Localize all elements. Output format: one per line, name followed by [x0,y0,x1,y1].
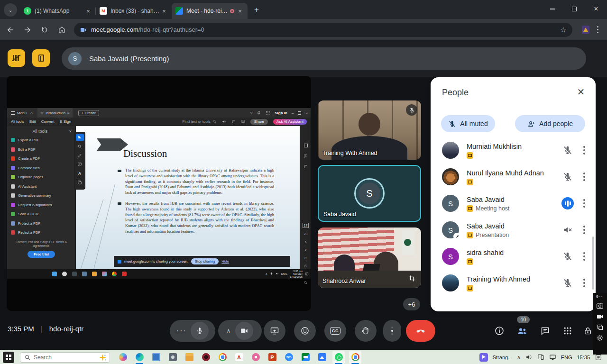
taskbar-app[interactable] [183,351,195,364]
participant-row[interactable]: S Saba Javaid Presentation [431,217,596,243]
clock[interactable]: 15:35 [577,355,590,360]
help-icon[interactable]: ? [250,111,252,115]
start-icon[interactable] [52,272,57,276]
restore-button[interactable] [563,0,585,18]
acrobat-icon[interactable] [122,272,127,276]
close-panel-icon[interactable]: ✕ [574,85,588,99]
history-icon[interactable]: ◷ [300,263,311,269]
headset-icon[interactable] [222,119,226,124]
mic-options-icon[interactable]: ··· [176,327,187,335]
task-view-icon[interactable] [72,272,77,276]
tab-all-tools[interactable]: All tools [11,119,24,124]
raise-hand-button[interactable] [355,320,377,342]
taskbar-app[interactable] [316,351,328,364]
taskbar-app[interactable] [332,351,345,364]
network-icon[interactable] [549,354,556,361]
browser-tab[interactable]: Meet - hdo-reij-qtr × [172,3,248,19]
taskbar-app[interactable] [216,351,229,364]
language-indicator[interactable]: ENG [281,273,287,275]
more-options-icon[interactable] [583,176,585,178]
more-options-icon[interactable] [583,202,585,204]
stop-sharing-button[interactable]: Stop sharing [191,258,219,264]
participant-row[interactable]: Training With Ahmed [431,270,596,296]
end-call-button[interactable] [406,320,435,342]
share-button[interactable]: Share [250,119,268,125]
acrobat-tool-item[interactable]: AI Assistant [11,182,72,191]
zoom-in-icon[interactable] [300,279,311,286]
acrobat-tool-item[interactable]: Protect a PDF [11,219,72,228]
scrollbar[interactable] [592,237,594,290]
notification-icon[interactable] [305,272,309,276]
forward-icon[interactable] [21,23,34,36]
panel-close-icon[interactable]: × [69,129,72,134]
taskbar-app[interactable] [133,351,146,364]
mic-tray-icon[interactable] [270,272,273,275]
language-indicator[interactable]: ENG [561,355,572,360]
file-explorer-icon[interactable] [92,272,97,276]
close-icon[interactable]: × [305,111,308,115]
photos-icon[interactable] [102,272,107,276]
select-tool-icon[interactable] [76,134,84,141]
taskbar-app[interactable]: A [233,351,245,364]
participant-row[interactable]: Nurul Ilyana Muhd Adnan [431,164,596,190]
bell-icon[interactable] [257,110,261,115]
clock-date[interactable]: 3:35 pm Monday 17/11/2025 [290,270,303,279]
back-icon[interactable] [4,23,17,36]
page-icon[interactable] [231,119,236,124]
start-button[interactable] [3,352,14,363]
bookmark-star-icon[interactable]: ☆ [560,26,566,34]
participant-row[interactable]: S sidra shahid [431,243,596,270]
find-tools-field[interactable]: Find text or tools [183,119,217,124]
camera-permission-icon[interactable] [80,26,87,34]
acrobat-tool-item[interactable]: Export a PDF [11,136,72,145]
home-icon[interactable] [55,23,68,36]
previous-page-icon[interactable]: ∧ [300,239,311,246]
taskbar-app[interactable] [249,351,262,364]
taskbar-search-box[interactable] [20,352,110,363]
hide-link[interactable]: Hide [221,259,229,264]
page-number-box[interactable]: 17 [300,222,311,228]
acrobat-tool-item[interactable]: Redact a PDF [11,228,72,237]
tray-overflow-icon[interactable]: ∧ [517,355,520,360]
taskbar-app[interactable]: P [266,351,278,364]
upload-icon[interactable] [241,119,245,124]
tab-close-icon[interactable]: × [236,7,244,15]
taskbar-app[interactable] [117,351,129,364]
audio-status-icon[interactable] [561,277,574,289]
tab-edit[interactable]: Edit [29,119,36,124]
new-tab-button[interactable]: + [250,4,263,16]
acrobat-menu-label[interactable]: Menu [17,111,27,115]
zoom-tool-icon[interactable] [76,143,84,150]
more-options-icon[interactable] [583,229,585,231]
ask-ai-assistant-button[interactable]: Ask AI Assistant [273,119,307,125]
settings-gear-icon[interactable] [596,334,604,342]
tab-search-button[interactable]: ⌄ [4,3,17,17]
copilot-sparkle-icon[interactable] [99,354,107,362]
acrobat-tool-item[interactable]: Combine files [11,164,72,173]
video-tile-training-with-ahmed[interactable]: Training With Ahmed [318,100,421,160]
add-people-chip[interactable]: Add people [515,115,585,132]
extension-overlay-button-2[interactable] [32,49,50,67]
captions-button[interactable]: CC [324,320,346,342]
extension-overlay-button-1[interactable] [8,49,25,67]
browser-tab[interactable]: 1 (1) WhatsApp × [20,3,96,19]
reframe-icon[interactable] [406,273,417,284]
video-tile-saba-javaid[interactable]: S Saba Javaid [318,165,421,222]
browser-tab[interactable]: M Inbox (33) - shahrooz.anwar@i × [96,3,172,19]
minimize-icon[interactable]: – [292,111,294,115]
sound-tray-icon[interactable] [276,272,279,275]
present-screen-button[interactable] [264,320,285,342]
volume-icon[interactable] [525,354,533,361]
highlight-tool-icon[interactable]: A [76,170,84,177]
tab-convert[interactable]: Convert [41,119,55,124]
acrobat-tool-item[interactable]: Request e-signatures [11,200,72,210]
tab-close-icon[interactable]: × [160,7,168,15]
audio-status-icon[interactable] [561,224,574,236]
create-button[interactable]: + Create [78,110,100,116]
stamp-tool-icon[interactable] [76,179,84,186]
home-icon[interactable]: ⌂ [30,111,33,115]
comments-icon[interactable] [300,153,311,159]
record-video-icon[interactable] [596,313,604,320]
apps-grid-icon[interactable] [266,110,270,115]
search-input[interactable] [34,354,86,361]
